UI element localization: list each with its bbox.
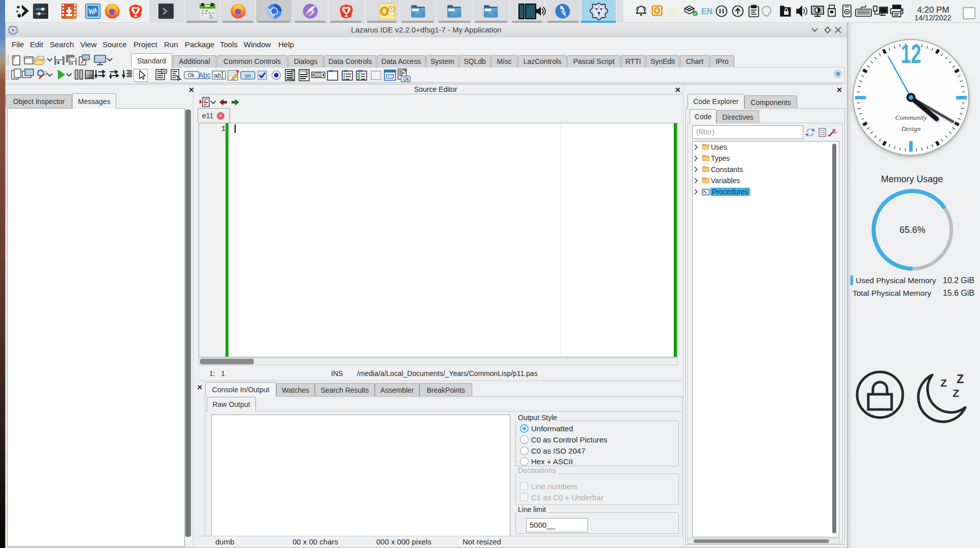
svg-text:15.6 GiB: 15.6 GiB bbox=[943, 289, 974, 297]
svg-text:EN: EN bbox=[701, 7, 712, 16]
svg-text:Z: Z bbox=[957, 372, 964, 386]
svg-text:ab: ab bbox=[214, 72, 221, 79]
svg-text:on: on bbox=[245, 73, 251, 79]
svg-text:Ok: Ok bbox=[403, 77, 409, 82]
svg-text:65.6%: 65.6% bbox=[899, 225, 925, 235]
svg-text:Memory Usage: Memory Usage bbox=[881, 174, 943, 184]
svg-text:Ok: Ok bbox=[188, 73, 195, 78]
svg-text:Used Physical Memory: Used Physical Memory bbox=[856, 276, 936, 285]
svg-text:Total Physical Memory: Total Physical Memory bbox=[853, 289, 931, 297]
svg-text:A: A bbox=[669, 4, 678, 17]
svg-text:Z: Z bbox=[940, 377, 947, 389]
svg-text:10.2 GiB: 10.2 GiB bbox=[943, 276, 974, 285]
svg-text:12: 12 bbox=[901, 39, 921, 68]
svg-text:Design: Design bbox=[901, 125, 921, 132]
svg-text:Z: Z bbox=[953, 387, 959, 399]
svg-text:Abc: Abc bbox=[199, 71, 211, 79]
svg-text:Community: Community bbox=[895, 114, 927, 121]
